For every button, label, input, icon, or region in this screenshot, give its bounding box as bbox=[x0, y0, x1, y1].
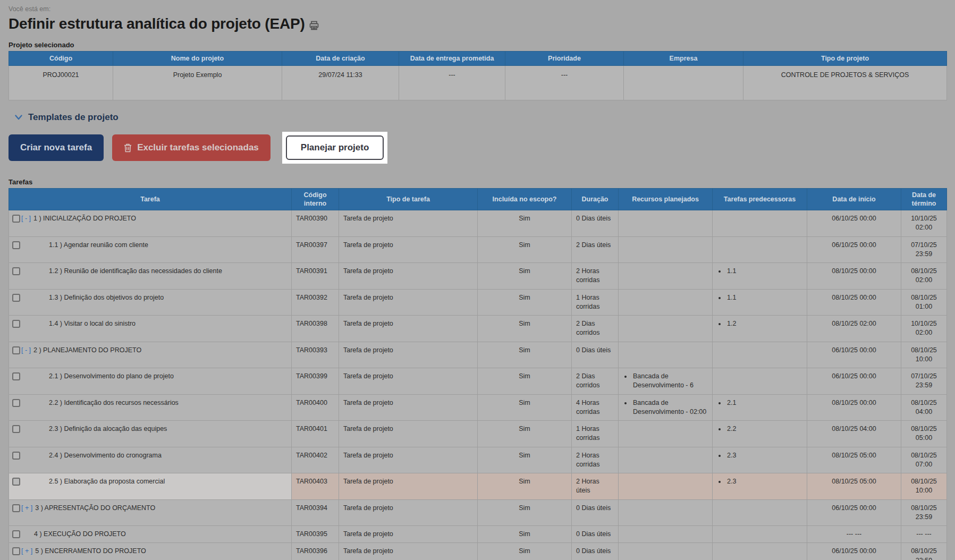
toggle-expand-link[interactable]: [ - ] bbox=[21, 215, 31, 222]
task-end-date: 10/10/25 02:00 bbox=[901, 210, 947, 237]
row-checkbox[interactable] bbox=[12, 267, 20, 275]
project-column-header: Tipo de projeto bbox=[743, 52, 947, 66]
task-cell: 2.3 ) Definição da alocação das equipes bbox=[9, 421, 292, 447]
row-checkbox[interactable] bbox=[12, 547, 20, 555]
task-code: TAR00396 bbox=[292, 543, 339, 560]
row-checkbox[interactable] bbox=[12, 425, 20, 433]
task-resources bbox=[619, 499, 713, 526]
task-name: 2.4 ) Desenvolvimento do cronograma bbox=[49, 451, 162, 460]
task-type: Tarefa de projeto bbox=[339, 543, 478, 560]
task-code: TAR00391 bbox=[292, 263, 339, 290]
delete-tasks-label: Excluir tarefas selecionadas bbox=[137, 142, 259, 153]
task-predecessors bbox=[713, 342, 807, 368]
task-predecessors bbox=[713, 210, 807, 237]
task-start-date: 06/10/25 00:00 bbox=[807, 210, 901, 237]
tasks-column-header: Código interno bbox=[292, 189, 339, 210]
row-checkbox[interactable] bbox=[12, 504, 20, 512]
task-in-scope: Sim bbox=[478, 526, 572, 543]
printer-icon[interactable] bbox=[309, 21, 319, 30]
task-cell: 1.4 ) Visitar o local do sinistro bbox=[9, 316, 292, 342]
project-column-header: Código bbox=[9, 52, 113, 66]
task-resources bbox=[619, 421, 713, 447]
page-title-text: Definir estrutura analítica do projeto (… bbox=[9, 15, 305, 32]
tasks-table-header-row: TarefaCódigo internoTipo de tarefaIncluí… bbox=[9, 189, 947, 210]
task-resources bbox=[619, 447, 713, 473]
task-resources bbox=[619, 289, 713, 316]
task-cell: 4 ) EXECUÇÃO DO PROJETO bbox=[9, 526, 292, 543]
task-in-scope: Sim bbox=[478, 473, 572, 500]
task-cell: [ - ]1 ) INICIALIZAÇÃO DO PROJETO bbox=[9, 210, 292, 237]
task-predecessors: 2.1 bbox=[713, 394, 807, 421]
task-predecessors-item: 1.1 bbox=[726, 267, 802, 276]
task-start-date: 06/10/25 00:00 bbox=[807, 499, 901, 526]
task-type: Tarefa de projeto bbox=[339, 342, 478, 368]
row-checkbox[interactable] bbox=[12, 346, 20, 354]
table-row: 4 ) EXECUÇÃO DO PROJETOTAR00395Tarefa de… bbox=[9, 526, 947, 543]
task-resources bbox=[619, 210, 713, 237]
chevron-down-icon bbox=[15, 115, 22, 120]
task-cell: 2.4 ) Desenvolvimento do cronograma bbox=[9, 447, 292, 473]
task-predecessors-item: 1.2 bbox=[726, 319, 802, 328]
task-name: 5 ) ENCERRAMENTO DO PROJETO bbox=[35, 547, 146, 556]
task-end-date: 07/10/25 23:59 bbox=[901, 236, 947, 263]
toggle-expand-link[interactable]: [ - ] bbox=[21, 346, 31, 354]
delete-tasks-button[interactable]: Excluir tarefas selecionadas bbox=[112, 134, 271, 161]
task-code: TAR00395 bbox=[292, 526, 339, 543]
task-predecessors: 2.3 bbox=[713, 447, 807, 473]
task-in-scope: Sim bbox=[478, 368, 572, 395]
task-name: 2 ) PLANEJAMENTO DO PROJETO bbox=[33, 346, 141, 355]
row-checkbox[interactable] bbox=[12, 530, 20, 538]
task-duration: 1 Horas corridas bbox=[572, 289, 619, 316]
project-cell: --- bbox=[399, 66, 505, 100]
task-code: TAR00390 bbox=[292, 210, 339, 237]
task-start-date: 08/10/25 00:00 bbox=[807, 394, 901, 421]
task-resources-item: Bancada de Desenvolvimento - 6 bbox=[632, 372, 708, 391]
table-row: 1.1 ) Agendar reunião com clienteTAR0039… bbox=[9, 236, 947, 263]
task-predecessors bbox=[713, 368, 807, 395]
toolbar: Criar nova tarefa Excluir tarefas seleci… bbox=[9, 132, 946, 164]
task-in-scope: Sim bbox=[478, 499, 572, 526]
task-start-date: 08/10/25 04:00 bbox=[807, 421, 901, 447]
task-type: Tarefa de projeto bbox=[339, 394, 478, 421]
task-cell: [ - ]2 ) PLANEJAMENTO DO PROJETO bbox=[9, 342, 292, 368]
task-type: Tarefa de projeto bbox=[339, 447, 478, 473]
create-task-button[interactable]: Criar nova tarefa bbox=[9, 134, 104, 161]
task-start-date: 06/10/25 00:00 bbox=[807, 236, 901, 263]
tasks-column-header: Incluída no escopo? bbox=[478, 189, 572, 210]
row-checkbox[interactable] bbox=[12, 452, 20, 460]
task-in-scope: Sim bbox=[478, 263, 572, 290]
task-code: TAR00393 bbox=[292, 342, 339, 368]
task-end-date: 08/10/25 04:00 bbox=[901, 394, 947, 421]
table-row: [ - ]1 ) INICIALIZAÇÃO DO PROJETOTAR0039… bbox=[9, 210, 947, 237]
row-checkbox[interactable] bbox=[12, 294, 20, 302]
table-row: 1.4 ) Visitar o local do sinistroTAR0039… bbox=[9, 316, 947, 342]
tasks-column-header: Data de término bbox=[901, 189, 947, 210]
project-column-header: Data de criação bbox=[282, 52, 399, 66]
task-end-date: 08/10/25 07:00 bbox=[901, 447, 947, 473]
task-name: 2.5 ) Elaboração da proposta comercial bbox=[49, 477, 165, 486]
task-code: TAR00402 bbox=[292, 447, 339, 473]
project-column-header: Empresa bbox=[624, 52, 743, 66]
task-predecessors-item: 1.1 bbox=[726, 293, 802, 302]
task-end-date: 08/10/25 05:00 bbox=[901, 421, 947, 447]
plan-project-button[interactable]: Planejar projeto bbox=[286, 135, 384, 160]
row-checkbox[interactable] bbox=[12, 241, 20, 249]
row-checkbox[interactable] bbox=[12, 215, 20, 223]
task-resources-item: Bancada de Desenvolvimento - 02:00 bbox=[632, 398, 708, 417]
task-in-scope: Sim bbox=[478, 316, 572, 342]
row-checkbox[interactable] bbox=[12, 372, 20, 380]
templates-section-label: Templates de projeto bbox=[28, 112, 119, 123]
selected-project-table: CódigoNome do projetoData de criaçãoData… bbox=[9, 51, 947, 100]
templates-section-toggle[interactable]: Templates de projeto bbox=[9, 112, 119, 123]
task-code: TAR00392 bbox=[292, 289, 339, 316]
task-in-scope: Sim bbox=[478, 394, 572, 421]
task-in-scope: Sim bbox=[478, 421, 572, 447]
toggle-expand-link[interactable]: [ + ] bbox=[21, 547, 32, 555]
row-checkbox[interactable] bbox=[12, 320, 20, 328]
task-cell: 2.1 ) Desenvolvimento do plano de projet… bbox=[9, 368, 292, 395]
toggle-expand-link[interactable]: [ + ] bbox=[21, 504, 32, 512]
task-cell: [ + ]5 ) ENCERRAMENTO DO PROJETO bbox=[9, 543, 292, 560]
row-checkbox[interactable] bbox=[12, 399, 20, 407]
row-checkbox[interactable] bbox=[12, 478, 20, 486]
task-cell: 2.2 ) Identificação dos recursos necessá… bbox=[9, 394, 292, 421]
